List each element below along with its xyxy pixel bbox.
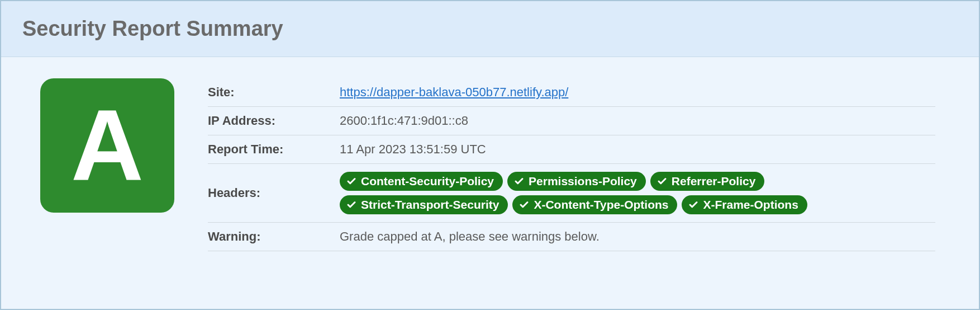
badge-label: Referrer-Policy xyxy=(672,175,756,188)
badge-label: X-Frame-Options xyxy=(703,198,798,212)
row-warning: Warning: Grade capped at A, please see w… xyxy=(208,223,935,251)
row-report-time: Report Time: 11 Apr 2023 13:51:59 UTC xyxy=(208,135,935,164)
panel-body: A Site: https://dapper-baklava-050b77.ne… xyxy=(1,57,979,273)
badges-container: Content-Security-PolicyPermissions-Polic… xyxy=(340,172,935,214)
check-icon xyxy=(688,200,698,210)
value-headers: Content-Security-PolicyPermissions-Polic… xyxy=(340,172,935,214)
header-badge: X-Content-Type-Options xyxy=(512,195,677,214)
check-icon xyxy=(514,176,524,186)
value-report-time: 11 Apr 2023 13:51:59 UTC xyxy=(340,142,935,157)
check-icon xyxy=(657,176,667,186)
header-badge: Content-Security-Policy xyxy=(340,172,503,191)
badge-label: Content-Security-Policy xyxy=(361,175,494,188)
header-badge: Strict-Transport-Security xyxy=(340,195,508,214)
check-icon xyxy=(346,200,356,210)
grade-box: A xyxy=(40,78,174,213)
check-icon xyxy=(346,176,356,186)
row-site: Site: https://dapper-baklava-050b77.netl… xyxy=(208,78,935,107)
value-ip: 2600:1f1c:471:9d01::c8 xyxy=(340,114,935,128)
site-link[interactable]: https://dapper-baklava-050b77.netlify.ap… xyxy=(340,85,568,99)
header-badge: Referrer-Policy xyxy=(650,172,765,191)
badge-label: Strict-Transport-Security xyxy=(361,198,499,212)
label-headers: Headers: xyxy=(208,186,340,200)
panel-title: Security Report Summary xyxy=(22,17,958,41)
label-report-time: Report Time: xyxy=(208,142,340,157)
row-ip: IP Address: 2600:1f1c:471:9d01::c8 xyxy=(208,107,935,135)
header-badge: Permissions-Policy xyxy=(507,172,646,191)
details-table: Site: https://dapper-baklava-050b77.netl… xyxy=(208,78,935,251)
security-report-panel: Security Report Summary A Site: https://… xyxy=(0,0,980,310)
header-badge: X-Frame-Options xyxy=(682,195,807,214)
panel-header: Security Report Summary xyxy=(1,1,979,57)
row-headers: Headers: Content-Security-PolicyPermissi… xyxy=(208,164,935,223)
badge-label: Permissions-Policy xyxy=(529,175,637,188)
label-site: Site: xyxy=(208,85,340,100)
check-icon xyxy=(519,200,529,210)
label-warning: Warning: xyxy=(208,229,340,244)
grade-letter: A xyxy=(71,95,144,196)
label-ip: IP Address: xyxy=(208,114,340,128)
value-site: https://dapper-baklava-050b77.netlify.ap… xyxy=(340,85,935,100)
badge-label: X-Content-Type-Options xyxy=(534,198,668,212)
value-warning: Grade capped at A, please see warnings b… xyxy=(340,229,935,244)
